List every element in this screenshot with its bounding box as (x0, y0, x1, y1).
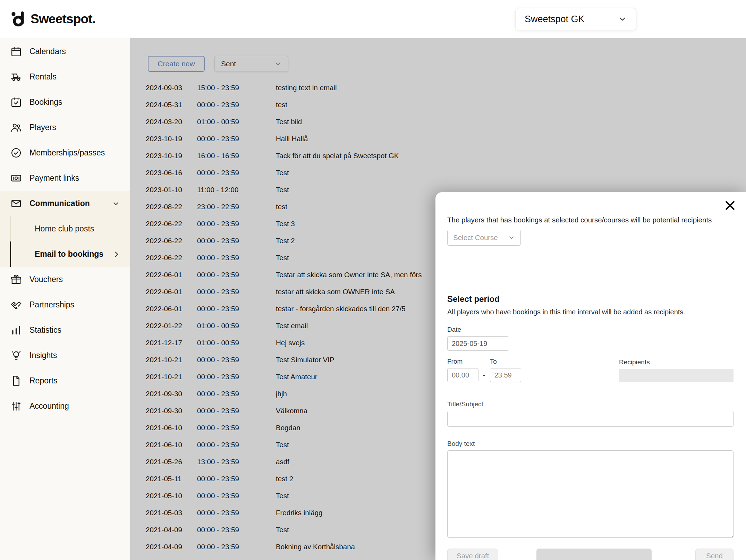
communication-section: Communication Home club posts Email to b… (0, 191, 130, 267)
email-subject: Test (276, 169, 746, 177)
communication-submenu: Home club posts Email to bookings (0, 216, 130, 267)
sidebar-item-statistics[interactable]: Statistics (0, 317, 130, 343)
sidebar-subitem-email-to-bookings[interactable]: Email to bookings (0, 241, 130, 267)
status-filter-value: Sent (221, 60, 236, 68)
email-date: 2024-09-03 (146, 84, 197, 92)
sidebar-item-players[interactable]: Players (0, 115, 130, 140)
sidebar-item-label: Accounting (29, 401, 69, 411)
title-subject-label: Title/Subject (447, 400, 734, 408)
sidebar-item-calendars[interactable]: Calendars (0, 39, 130, 64)
golf-cart-icon (10, 71, 22, 83)
sidebar-item-label: Partnerships (29, 300, 74, 309)
email-date: 2024-05-31 (146, 101, 197, 109)
course-select[interactable]: Select Course (447, 230, 521, 246)
table-row[interactable]: 2024-09-0315:00 - 23:59testing text in e… (130, 79, 746, 96)
email-time: 13:00 - 23:59 (197, 458, 276, 466)
footer-pill (536, 549, 652, 560)
email-time: 00:00 - 23:59 (197, 169, 276, 177)
email-time: 00:00 - 23:59 (197, 526, 276, 534)
email-subject: Tack för att du spelat på Sweetspot GK (276, 152, 746, 160)
course-select-placeholder: Select Course (453, 234, 498, 242)
bar-chart-icon (10, 324, 22, 336)
body-text-label: Body text (447, 440, 734, 448)
time-range-separator: - (483, 368, 485, 382)
recipients-helper-text: The players that has bookings at selecte… (447, 216, 734, 224)
date-input[interactable] (447, 336, 509, 351)
email-date: 2022-01-22 (146, 322, 197, 330)
sidebar-item-vouchers[interactable]: Vouchers (0, 267, 130, 292)
to-time-input[interactable] (490, 368, 521, 382)
email-time: 23:00 - 22:59 (197, 203, 276, 211)
table-row[interactable]: 2024-03-2001:00 - 00:59Test bild (130, 113, 746, 130)
date-label: Date (447, 326, 734, 333)
email-compose-modal: The players that has bookings at selecte… (435, 192, 746, 560)
email-time: 00:00 - 23:59 (197, 356, 276, 364)
email-subject: test (276, 101, 746, 109)
from-time-input[interactable] (447, 368, 478, 382)
email-time: 00:00 - 23:59 (197, 441, 276, 449)
email-time: 00:00 - 23:59 (197, 492, 276, 500)
sidebar-item-label: Reports (29, 376, 58, 385)
email-date: 2021-05-03 (146, 509, 197, 517)
sidebar-item-reports[interactable]: Reports (0, 368, 130, 393)
from-label: From (447, 358, 478, 365)
sidebar-subitem-label: Email to bookings (35, 249, 103, 259)
email-time: 00:00 - 23:59 (197, 101, 276, 109)
sidebar-item-label: Players (29, 123, 56, 132)
email-date: 2021-04-09 (146, 526, 197, 534)
email-time: 00:00 - 23:59 (197, 390, 276, 398)
club-selector[interactable]: Sweetspot GK (515, 8, 636, 30)
gift-icon (10, 274, 22, 285)
sidebar-item-accounting[interactable]: Accounting (0, 393, 130, 419)
email-time: 16:00 - 16:59 (197, 152, 276, 160)
handshake-icon (10, 299, 22, 311)
document-icon (10, 375, 22, 387)
check-circle-icon (10, 147, 22, 159)
chevron-down-icon (618, 15, 627, 24)
sidebar-subitem-home-club-posts[interactable]: Home club posts (0, 216, 130, 241)
email-date: 2022-06-22 (146, 254, 197, 262)
email-date: 2023-01-10 (146, 186, 197, 194)
close-button[interactable] (724, 199, 736, 212)
recipients-field[interactable] (619, 369, 734, 382)
table-row[interactable]: 2023-06-1600:00 - 23:59Test (130, 164, 746, 181)
envelope-icon (10, 198, 22, 209)
email-subject: testing text in email (276, 84, 746, 92)
sidebar-item-rentals[interactable]: Rentals (0, 64, 130, 90)
sidebar-item-communication[interactable]: Communication (0, 191, 130, 216)
sidebar-item-partnerships[interactable]: Partnerships (0, 292, 130, 317)
sidebar: Calendars Rentals Bookings Players Membe… (0, 38, 130, 560)
toolbar: Create new Sent (148, 56, 288, 72)
save-draft-button[interactable]: Save draft (447, 549, 498, 560)
title-subject-input[interactable] (447, 411, 734, 427)
email-date: 2021-04-09 (146, 543, 197, 551)
email-date: 2024-03-20 (146, 118, 197, 126)
email-date: 2021-09-30 (146, 390, 197, 398)
sweetspot-logo-icon (10, 11, 26, 27)
sidebar-item-memberships[interactable]: Memberships/passes (0, 140, 130, 166)
send-button[interactable]: Send (695, 549, 734, 560)
sidebar-item-bookings[interactable]: Bookings (0, 90, 130, 115)
club-selector-value: Sweetspot GK (525, 14, 585, 25)
create-new-button[interactable]: Create new (148, 56, 205, 72)
people-icon (10, 122, 22, 133)
table-row[interactable]: 2023-10-1900:00 - 23:59Halli Hallå (130, 130, 746, 147)
status-filter-select[interactable]: Sent (214, 56, 288, 72)
sidebar-item-label: Bookings (29, 97, 62, 107)
email-time: 00:00 - 23:59 (197, 237, 276, 245)
email-subject: Halli Hallå (276, 135, 746, 143)
sliders-icon (10, 400, 22, 412)
chevron-down-icon (508, 234, 515, 241)
table-row[interactable]: 2024-05-3100:00 - 23:59test (130, 96, 746, 113)
select-period-description: All players who have bookings in this ti… (447, 308, 734, 316)
email-date: 2021-06-10 (146, 441, 197, 449)
sidebar-item-insights[interactable]: Insights (0, 343, 130, 368)
sidebar-item-label: Communication (29, 199, 90, 208)
email-date: 2021-12-17 (146, 339, 197, 347)
sidebar-item-payment-links[interactable]: Payment links (0, 166, 130, 191)
lightbulb-icon (10, 350, 22, 361)
email-date: 2021-10-21 (146, 373, 197, 381)
body-text-textarea[interactable] (447, 450, 734, 538)
table-row[interactable]: 2023-10-1916:00 - 16:59Tack för att du s… (130, 147, 746, 164)
payment-card-icon (10, 172, 22, 184)
